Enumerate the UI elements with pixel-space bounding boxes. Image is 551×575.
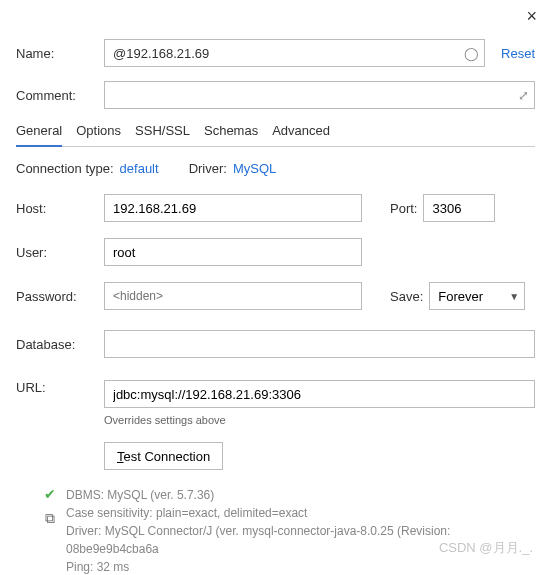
expand-icon[interactable]: ⤢ <box>518 88 529 103</box>
status-dbms: DBMS: MySQL (ver. 5.7.36) <box>66 486 535 504</box>
datasource-dialog: Name: ◯ Reset Comment: ⤢ General Options… <box>0 27 551 575</box>
url-override-note: Overrides settings above <box>104 414 535 426</box>
database-input[interactable] <box>104 330 535 358</box>
reset-link[interactable]: Reset <box>501 46 535 61</box>
check-icon: ✔ <box>44 486 56 502</box>
port-input[interactable] <box>423 194 495 222</box>
status-ping: Ping: 32 ms <box>66 558 535 575</box>
test-button-text: est Connection <box>124 449 211 464</box>
tab-schemas[interactable]: Schemas <box>204 123 258 140</box>
password-input[interactable] <box>104 282 362 310</box>
save-label: Save: <box>390 289 423 304</box>
circle-icon: ◯ <box>464 46 479 61</box>
comment-input[interactable] <box>104 81 535 109</box>
url-input[interactable] <box>104 380 535 408</box>
url-label: URL: <box>16 380 98 395</box>
name-label: Name: <box>16 46 98 61</box>
host-input[interactable] <box>104 194 362 222</box>
test-connection-button[interactable]: Test Connection <box>104 442 223 470</box>
copy-icon[interactable]: ⧉ <box>45 510 55 527</box>
tab-ssh-ssl[interactable]: SSH/SSL <box>135 123 190 140</box>
comment-label: Comment: <box>16 88 98 103</box>
tabs: General Options SSH/SSL Schemas Advanced <box>16 123 535 147</box>
database-label: Database: <box>16 337 98 352</box>
port-label: Port: <box>390 201 417 216</box>
tab-advanced[interactable]: Advanced <box>272 123 330 140</box>
watermark: CSDN @月月._. <box>439 539 533 557</box>
status-text: DBMS: MySQL (ver. 5.7.36) Case sensitivi… <box>66 486 535 575</box>
close-icon[interactable]: × <box>526 6 537 27</box>
driver-link[interactable]: MySQL <box>233 161 276 176</box>
status-case: Case sensitivity: plain=exact, delimited… <box>66 504 535 522</box>
user-input[interactable] <box>104 238 362 266</box>
host-label: Host: <box>16 201 98 216</box>
password-label: Password: <box>16 289 98 304</box>
user-label: User: <box>16 245 98 260</box>
save-select[interactable] <box>429 282 525 310</box>
connection-type-label: Connection type: <box>16 161 114 176</box>
connection-type-link[interactable]: default <box>120 161 159 176</box>
driver-label: Driver: <box>189 161 227 176</box>
name-input[interactable] <box>104 39 485 67</box>
tab-general[interactable]: General <box>16 123 62 147</box>
tab-options[interactable]: Options <box>76 123 121 140</box>
